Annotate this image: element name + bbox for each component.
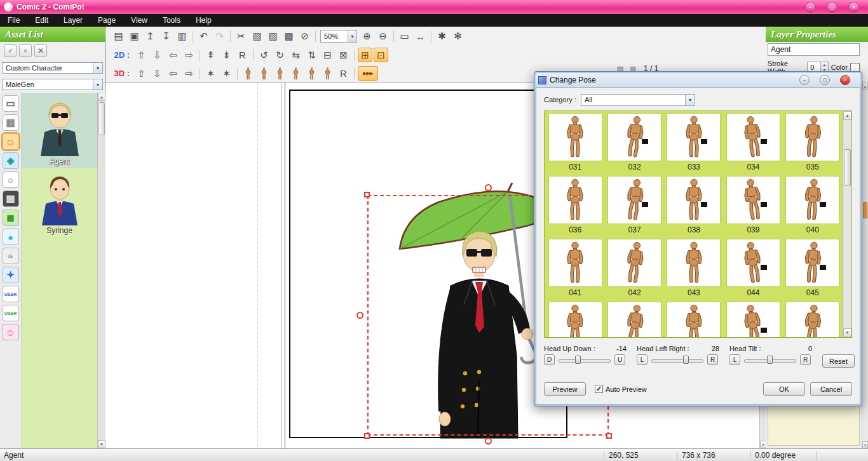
pose-option-partial[interactable] xyxy=(606,302,663,338)
pose-option-031[interactable]: 031 xyxy=(546,113,604,176)
menu-edit[interactable]: Edit xyxy=(27,14,56,27)
pose-option-032[interactable]: 032 xyxy=(606,113,663,176)
head-tilt-decrease-button[interactable]: L xyxy=(729,354,740,365)
menu-page[interactable]: Page xyxy=(90,14,123,27)
pose-option-043[interactable]: 043 xyxy=(665,239,722,302)
toolbar-move-up[interactable]: ⇧ xyxy=(134,48,149,62)
effect-3e-tool[interactable]: 3E xyxy=(3,248,19,264)
slider-thumb[interactable] xyxy=(683,356,689,364)
2d-item-tool[interactable]: ▩ xyxy=(3,190,19,207)
balloon-tool[interactable]: ○ xyxy=(3,171,19,188)
asset-list-scrollbar[interactable]: ▲ ▼ xyxy=(97,93,105,448)
rotate-handle-bottom[interactable] xyxy=(485,438,492,444)
pose-option-partial[interactable] xyxy=(546,302,604,338)
scroll-down-icon[interactable]: ▼ xyxy=(862,441,868,448)
scroll-thumb[interactable] xyxy=(844,149,851,186)
title-bar[interactable]: Comic 2 - ComiPo! ─▢✕ xyxy=(0,0,868,14)
slider-thumb[interactable] xyxy=(767,356,773,364)
toolbar-settings[interactable]: ✻ xyxy=(451,29,465,44)
toolbar-flip-horizontal[interactable]: ⇆ xyxy=(288,48,303,62)
3d-item-tool[interactable]: ◈ xyxy=(3,152,19,169)
toolbar-move-left[interactable]: ⇦ xyxy=(166,48,180,62)
preview-button[interactable]: Preview xyxy=(544,382,586,396)
pose-option-040[interactable]: 040 xyxy=(784,176,841,239)
pose-option-036[interactable]: 036 xyxy=(546,176,604,239)
delete-asset[interactable]: ✕ xyxy=(34,44,47,57)
toolbar-rotate-ccw[interactable]: ↺ xyxy=(257,48,271,62)
head-tilt-increase-button[interactable]: R xyxy=(800,354,811,365)
toolbar-move-up-3d[interactable]: ⇧ xyxy=(134,66,149,81)
window-maximize-button[interactable]: ▢ xyxy=(827,2,837,13)
toolbar-send-backward[interactable]: ⇟ xyxy=(219,48,234,62)
toolbar-zoom-out[interactable]: ⊖ xyxy=(376,29,390,44)
head-left-right-increase-button[interactable]: R xyxy=(707,354,718,365)
toolbar-face-front[interactable] xyxy=(273,66,287,81)
pose-option-044[interactable]: 044 xyxy=(724,239,782,302)
asset-item-agent[interactable]: Agent xyxy=(22,93,97,168)
scroll-down-icon[interactable]: ▼ xyxy=(98,440,105,448)
select-tool[interactable]: ▭ xyxy=(3,95,19,112)
scroll-up-icon[interactable]: ▲ xyxy=(98,93,105,101)
toolbar-face-right[interactable] xyxy=(304,66,319,81)
pose-grid-scrollbar[interactable]: ▲ ▼ xyxy=(843,111,851,337)
rotate-handle-top[interactable] xyxy=(485,184,492,191)
user-2d-tool[interactable]: USER xyxy=(3,286,19,302)
toolbar-3d-preview[interactable]: ✱ xyxy=(435,29,449,44)
toolbar-undo[interactable]: ↶ xyxy=(196,29,211,44)
toolbar-show-frame[interactable]: ⊡ xyxy=(374,48,388,62)
toolbar-quick-pose[interactable]: ▶▶▶ xyxy=(358,66,378,81)
toolbar-rotate-cw[interactable]: ↻ xyxy=(273,48,287,62)
dialog-close-button[interactable]: ✕ xyxy=(840,75,850,85)
toolbar-reset-2d[interactable]: R xyxy=(235,48,250,62)
menu-layer[interactable]: Layer xyxy=(56,14,90,27)
head-up-down-slider[interactable] xyxy=(557,354,612,365)
toolbar-fit-page[interactable]: ▭ xyxy=(397,29,412,44)
resize-handle-top-left[interactable] xyxy=(364,192,370,197)
menu-tools[interactable]: Tools xyxy=(155,14,188,27)
toolbar-delete[interactable]: ⊘ xyxy=(297,29,312,44)
pose-option-partial[interactable] xyxy=(665,302,722,338)
asset-subcategory-select[interactable]: MaleGen ▾ xyxy=(2,79,103,90)
pose-option-039[interactable]: 039 xyxy=(724,176,782,239)
toolbar-import-image[interactable]: ↧ xyxy=(159,29,173,44)
pose-option-037[interactable]: 037 xyxy=(606,176,663,239)
toolbar-face-left[interactable] xyxy=(288,66,303,81)
effect-flash-tool[interactable]: ✦ xyxy=(3,267,19,283)
scroll-thumb[interactable] xyxy=(863,202,867,218)
dialog-maximize-button[interactable]: ▢ xyxy=(820,75,830,85)
menu-help[interactable]: Help xyxy=(188,14,219,27)
layer-name-input[interactable] xyxy=(768,43,860,56)
pose-option-035[interactable]: 035 xyxy=(784,113,841,176)
head-up-down-increase-button[interactable]: U xyxy=(614,354,625,365)
head-left-right-decrease-button[interactable]: L xyxy=(637,354,648,365)
pose-option-038[interactable]: 038 xyxy=(665,176,722,239)
resize-handle-bottom-right[interactable] xyxy=(606,433,612,439)
slider-thumb[interactable] xyxy=(575,356,581,364)
toolbar-pose-default[interactable] xyxy=(320,66,335,81)
toolbar-bring-forward[interactable]: ⇞ xyxy=(203,48,218,62)
auto-preview-checkbox[interactable]: ✓ xyxy=(595,385,603,393)
toolbar-cut[interactable]: ✂ xyxy=(234,29,248,44)
toolbar-copy[interactable]: ▧ xyxy=(250,29,264,44)
user-character-tool[interactable]: ☺ xyxy=(3,324,19,340)
toolbar-move-right-3d[interactable]: ⇨ xyxy=(182,66,196,81)
pose-option-042[interactable]: 042 xyxy=(606,239,663,302)
scroll-up-icon[interactable]: ▲ xyxy=(862,83,868,90)
resize-handle-bottom-left[interactable] xyxy=(364,433,370,439)
add-character-female[interactable]: ♀ xyxy=(19,44,32,57)
toolbar-fit-width[interactable]: ↔ xyxy=(413,29,428,44)
user-3d-tool[interactable]: USER xyxy=(3,305,19,321)
ok-button[interactable]: OK xyxy=(763,382,805,396)
toolbar-export-image[interactable]: ↥ xyxy=(143,29,158,44)
toolbar-move-down-3d[interactable]: ⇩ xyxy=(150,66,165,81)
3d-box-item-tool[interactable]: ◼ xyxy=(3,210,19,226)
pose-option-045[interactable]: 045 xyxy=(784,239,841,302)
reset-button[interactable]: Reset xyxy=(822,354,855,368)
pose-option-033[interactable]: 033 xyxy=(665,113,722,176)
toolbar-move-left-3d[interactable]: ⇦ xyxy=(166,66,180,81)
toolbar-move-right[interactable]: ⇨ xyxy=(182,48,196,62)
toolbar-duplicate[interactable]: ▩ xyxy=(281,29,296,44)
menu-view[interactable]: View xyxy=(123,14,155,27)
dialog-minimize-button[interactable]: ─ xyxy=(799,75,810,85)
pose-option-041[interactable]: 041 xyxy=(546,239,604,302)
